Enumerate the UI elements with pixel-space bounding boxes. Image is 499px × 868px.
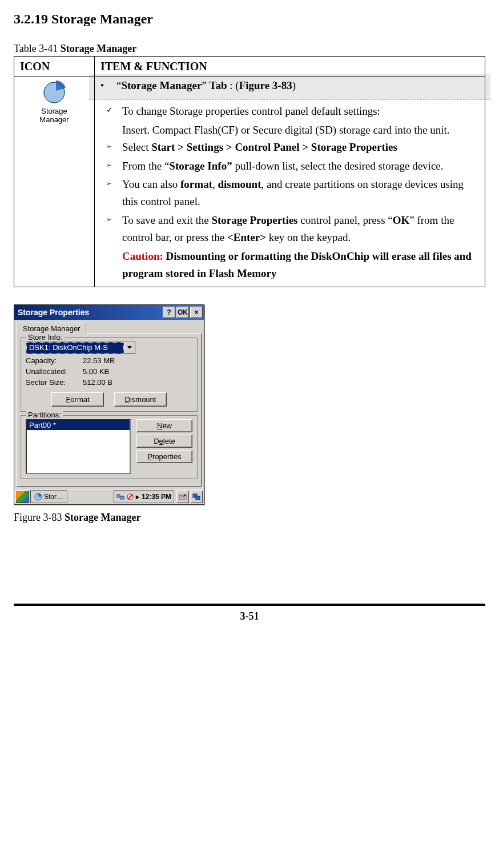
system-tray[interactable]: ▸ 12:35 PM xyxy=(114,491,174,503)
table-caption-prefix: Table 3-41 xyxy=(14,43,61,54)
unallocated-value: 5.00 KB xyxy=(83,367,109,376)
arrow1-a: Select xyxy=(122,141,151,153)
titlebar: Storage Properties ? OK × xyxy=(14,305,204,320)
arrow4-d: OK xyxy=(393,214,410,226)
page-footer: 3-51 xyxy=(14,604,485,622)
check-line: To change Storage properties control pan… xyxy=(100,103,479,120)
arrow4-g: key on the keypad. xyxy=(266,231,351,243)
table-caption: Table 3-41 Storage Manager xyxy=(14,43,485,55)
svg-rect-12 xyxy=(196,496,200,500)
tab-bold1: Storage Manager xyxy=(121,79,202,91)
storage-device-select[interactable]: DSK1: DiskOnChip M-S xyxy=(26,341,135,354)
help-button[interactable]: ? xyxy=(163,307,175,318)
arrow3-b: format xyxy=(180,178,212,190)
select-value: DSK1: DiskOnChip M-S xyxy=(26,342,124,353)
arrow4-c: control panel, press “ xyxy=(298,214,393,226)
sector-size-value: 512.00 B xyxy=(83,378,112,387)
start-button[interactable] xyxy=(15,491,29,503)
caution-red: Caution: xyxy=(122,250,163,262)
arrow3-a: You can also xyxy=(122,178,180,190)
ok-button[interactable]: OK xyxy=(176,307,189,318)
arrow4-b: Storage Properties xyxy=(211,214,297,226)
tray-chevron-icon: ▸ xyxy=(136,493,139,501)
arrow3-d: dismount xyxy=(218,178,261,190)
tab-line: “Storage Manager” Tab : (Figure 3-83) xyxy=(89,74,490,99)
arrow2-a: From the “ xyxy=(122,160,169,172)
arrow1: Select Start > Settings > Control Panel … xyxy=(100,139,479,156)
arrow4-a: To save and exit the xyxy=(122,214,211,226)
task-pie-icon xyxy=(34,493,42,501)
partitions-listbox[interactable]: Part00 * xyxy=(26,419,131,474)
table-caption-bold: Storage Manager xyxy=(61,43,136,54)
chevron-down-icon[interactable] xyxy=(124,342,135,353)
storage-manager-table: ICON ITEM & FUNCTION Storage Manager “St… xyxy=(14,56,485,287)
tray-time: 12:35 PM xyxy=(142,493,171,501)
check-subline: Insert. Compact Flash(CF) or Secure digi… xyxy=(100,122,479,139)
icon-label-1: Storage xyxy=(20,107,88,115)
page-number: 3-51 xyxy=(240,610,259,622)
tab-bullet: “Storage Manager” Tab : (Figure 3-83) xyxy=(95,77,485,94)
tab-mid: ” xyxy=(202,79,209,91)
svg-point-10 xyxy=(184,494,186,496)
store-info-legend: Store Info: xyxy=(26,333,65,341)
tab-colon: : ( xyxy=(227,79,239,91)
caution-rest: Dismounting or formatting the DiskOnChip… xyxy=(122,250,472,279)
function-cell: “Storage Manager” Tab : (Figure 3-83) To… xyxy=(95,77,485,287)
unallocated-label: Unallocated: xyxy=(26,367,83,376)
figure-caption-prefix: Figure 3-83 xyxy=(14,512,65,523)
tray-disconnect-icon xyxy=(127,493,134,500)
th-icon: ICON xyxy=(14,57,95,77)
tab-suffix: ) xyxy=(292,79,296,91)
taskbar-task[interactable]: Stor… xyxy=(30,491,67,503)
tab-bold3: Figure 3-83 xyxy=(239,79,292,91)
format-rest: ormat xyxy=(70,395,89,404)
arrow4: To save and exit the Storage Properties … xyxy=(100,212,479,247)
storage-manager-icon xyxy=(42,81,66,105)
figure-caption: Figure 3-83 Storage Manager xyxy=(14,512,485,524)
taskbar: Stor… ▸ 12:35 PM xyxy=(14,489,204,504)
arrow3: You can also format, dismount, and creat… xyxy=(100,176,479,211)
partitions-legend: Partitions: xyxy=(26,411,63,419)
arrow1-b: Start > Settings > Control Panel > Stora… xyxy=(151,141,397,153)
partitions-group: Partitions: Part00 * New Delete Properti… xyxy=(21,415,198,479)
svg-rect-3 xyxy=(116,495,120,497)
tab-storage-manager[interactable]: Storage Manager xyxy=(17,323,86,334)
capacity-label: Capacity: xyxy=(26,356,83,365)
tray-keyboard-icon[interactable] xyxy=(176,491,189,503)
store-info-group: Store Info: DSK1: DiskOnChip M-S Capacit… xyxy=(21,337,198,412)
sector-size-label: Sector Size: xyxy=(26,378,83,387)
partition-item[interactable]: Part00 * xyxy=(27,420,130,430)
format-button[interactable]: Format xyxy=(51,392,104,407)
figure-caption-bold: Storage Manager xyxy=(65,512,140,523)
arrow2: From the “Storage Info” pull-down list, … xyxy=(100,158,479,175)
arrow4-f: <Enter> xyxy=(227,231,266,243)
new-button[interactable]: New xyxy=(136,419,192,432)
arrow2-b: Storage Info” xyxy=(169,160,232,172)
caution-line: Caution: Dismounting or formatting the D… xyxy=(100,248,479,283)
dismount-button[interactable]: Dismount xyxy=(114,392,167,407)
tab-bold2: Tab xyxy=(210,79,227,91)
capacity-value: 22.53 MB xyxy=(83,356,115,365)
window-title: Storage Properties xyxy=(18,308,162,317)
close-button[interactable]: × xyxy=(190,307,203,318)
storage-properties-window: Storage Properties ? OK × Storage Manage… xyxy=(14,304,204,505)
task-label: Stor… xyxy=(44,493,63,501)
svg-rect-4 xyxy=(120,496,124,499)
dismount-rest: ismount xyxy=(130,395,156,404)
tray-desktop-icon[interactable] xyxy=(190,491,203,503)
icon-cell: Storage Manager xyxy=(14,77,95,287)
section-heading: 3.2.19 Storage Manager xyxy=(14,11,485,27)
delete-button[interactable]: Delete xyxy=(136,435,192,448)
tab-panel: Store Info: DSK1: DiskOnChip M-S Capacit… xyxy=(17,333,202,487)
icon-label-2: Manager xyxy=(20,115,88,124)
properties-button[interactable]: Properties xyxy=(136,450,192,463)
tray-network-icon xyxy=(116,493,124,500)
arrow2-c: pull-down list, select the desired stora… xyxy=(232,160,444,172)
